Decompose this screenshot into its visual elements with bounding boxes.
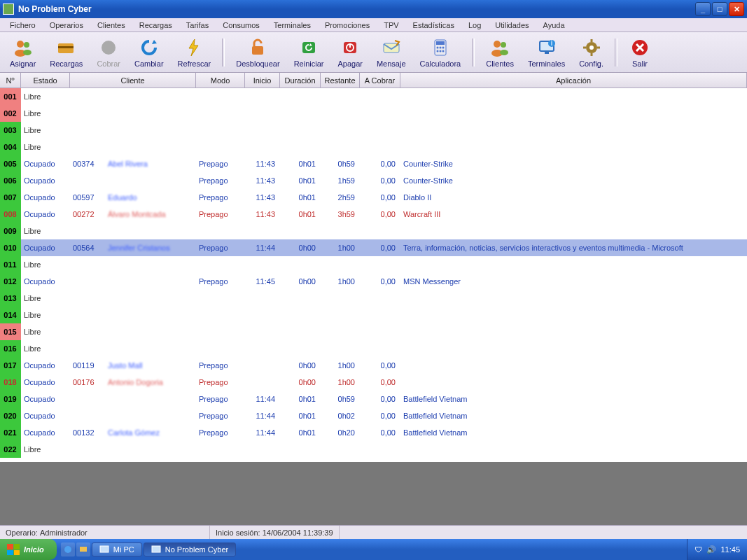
table-row[interactable]: 001 Libre — [0, 88, 747, 105]
row-badge: 017 — [0, 357, 21, 374]
col-rest[interactable]: Restante — [321, 73, 360, 88]
menu-bar: FicheroOperariosClientesRecargasTarifasC… — [0, 18, 747, 32]
svg-rect-39 — [152, 546, 160, 552]
cell-inicio: 11:43 — [245, 155, 280, 172]
cell-cob — [360, 256, 400, 273]
col-inicio[interactable]: Inicio — [245, 73, 280, 88]
menu-consumos[interactable]: Consumos — [216, 20, 267, 31]
start-button[interactable]: Inicio — [0, 539, 57, 560]
cell-rest: 1h00 — [321, 273, 360, 290]
toolbar-refrescar-button[interactable]: Refrescar — [171, 36, 218, 69]
table-row[interactable]: 006 Ocupado Prepago 11:43 0h01 1h59 0,00… — [0, 172, 747, 189]
table-row[interactable]: 015 Libre — [0, 323, 747, 340]
cell-cob — [360, 307, 400, 323]
window-title: No Problem Cyber — [18, 4, 695, 14]
menu-promociones[interactable]: Promociones — [318, 20, 377, 31]
menu-utilidades[interactable]: Utilidades — [488, 20, 536, 31]
menu-log[interactable]: Log — [461, 20, 488, 31]
system-tray[interactable]: 🛡 🔊 11:45 — [687, 539, 747, 560]
tray-icon[interactable]: 🛡 — [694, 545, 702, 554]
col-app[interactable]: Aplicación — [400, 73, 747, 88]
cell-cob: 0,00 — [360, 407, 400, 424]
table-row[interactable]: 020 Ocupado Prepago 11:44 0h01 0h02 0,00… — [0, 407, 747, 424]
row-badge: 021 — [0, 424, 21, 441]
col-modo[interactable]: Modo — [196, 73, 245, 88]
col-cliente[interactable]: Cliente — [70, 73, 196, 88]
cell-estado: Ocupado — [21, 239, 70, 256]
menu-recargas[interactable]: Recargas — [132, 20, 179, 31]
table-row[interactable]: 011 Libre — [0, 256, 747, 273]
quicklaunch-desktop-icon[interactable] — [76, 542, 90, 556]
toolbar-terminales-button[interactable]: iTerminales — [521, 36, 572, 69]
menu-estadísticas[interactable]: Estadísticas — [406, 20, 461, 31]
toolbar-cambiar-button[interactable]: Cambiar — [127, 36, 171, 69]
menu-terminales[interactable]: Terminales — [267, 20, 318, 31]
table-row[interactable]: 017 Ocupado 00119 Justo Mall Prepago 0h0… — [0, 357, 747, 374]
menu-ayuda[interactable]: Ayuda — [536, 20, 572, 31]
toolbar-apagar-button[interactable]: Apagar — [330, 36, 369, 69]
table-row[interactable]: 002 Libre — [0, 105, 747, 122]
cell-rest — [321, 441, 360, 458]
clock[interactable]: 11:45 — [720, 545, 740, 554]
menu-clientes[interactable]: Clientes — [90, 20, 132, 31]
toolbar-calculadora-button[interactable]: Calculadora — [413, 36, 468, 69]
tray-icon[interactable]: 🔊 — [706, 545, 716, 554]
taskbar-task[interactable]: No Problem Cyber — [144, 542, 236, 556]
table-row[interactable]: 014 Libre — [0, 307, 747, 323]
table-row[interactable]: 019 Ocupado Prepago 11:44 0h01 0h59 0,00… — [0, 391, 747, 407]
svg-point-23 — [501, 42, 506, 48]
table-row[interactable]: 016 Libre — [0, 340, 747, 357]
table-row[interactable]: 003 Libre — [0, 122, 747, 139]
table-row[interactable]: 004 Libre — [0, 139, 747, 155]
cell-modo: Prepago — [196, 391, 245, 407]
toolbar-reiniciar-button[interactable]: Reiniciar — [287, 36, 331, 69]
menu-fichero[interactable]: Fichero — [3, 20, 43, 31]
menu-tarifas[interactable]: Tarifas — [179, 20, 216, 31]
taskbar-task[interactable]: Mi PC — [92, 542, 142, 556]
table-row[interactable]: 010 Ocupado 00564 Jennifer Cristanos Pre… — [0, 239, 747, 256]
toolbar-cobrar-button: Cobrar — [90, 36, 127, 69]
cell-client-id — [70, 273, 105, 290]
toolbar-salir-button[interactable]: Salir — [622, 36, 658, 69]
table-row[interactable]: 008 Ocupado 00272 Álvaro Montcada Prepag… — [0, 206, 747, 223]
row-badge: 016 — [0, 340, 21, 357]
table-row[interactable]: 021 Ocupado 00132 Carlota Gómez Prepago … — [0, 424, 747, 441]
toolbar-recargas-button[interactable]: Recargas — [43, 36, 90, 69]
col-estado[interactable]: Estado — [21, 73, 70, 88]
minimize-button[interactable]: _ — [695, 2, 711, 16]
card-icon — [55, 37, 78, 58]
menu-tpv[interactable]: TPV — [377, 20, 405, 31]
toolbar-mensaje-button[interactable]: Mensaje — [370, 36, 413, 69]
cell-client-id: 00597 — [70, 189, 105, 206]
cell-inicio — [245, 122, 280, 139]
cell-dur — [280, 223, 321, 239]
menu-operarios[interactable]: Operarios — [43, 20, 90, 31]
cell-inicio — [245, 290, 280, 307]
svg-point-19 — [439, 50, 441, 52]
close-button[interactable]: ✕ — [729, 2, 744, 16]
col-dur[interactable]: Duración — [280, 73, 321, 88]
col-cob[interactable]: A Cobrar — [360, 73, 400, 88]
toolbar-asignar-button[interactable]: Asignar — [3, 36, 43, 69]
table-row[interactable]: 022 Libre — [0, 441, 747, 458]
app-icon — [151, 545, 161, 554]
col-num[interactable]: Nº — [0, 73, 21, 88]
quicklaunch-ie-icon[interactable] — [61, 542, 75, 556]
toolbar-clientes-button[interactable]: Clientes — [479, 36, 521, 69]
refresh-icon — [138, 37, 160, 58]
table-row[interactable]: 005 Ocupado 00374 Abel Rivera Prepago 11… — [0, 155, 747, 172]
cell-modo — [196, 223, 245, 239]
svg-point-15 — [436, 46, 438, 48]
toolbar-desbloquear-button[interactable]: Desbloquear — [229, 36, 286, 69]
svg-point-2 — [24, 42, 29, 48]
cell-rest: 1h00 — [321, 374, 360, 391]
row-badge: 018 — [0, 374, 21, 391]
table-row[interactable]: 013 Libre — [0, 290, 747, 307]
toolbar-config-button[interactable]: Config. — [572, 36, 610, 69]
svg-rect-8 — [302, 42, 315, 53]
table-row[interactable]: 009 Libre — [0, 223, 747, 239]
table-row[interactable]: 012 Ocupado Prepago 11:45 0h00 1h00 0,00… — [0, 273, 747, 290]
maximize-button[interactable]: □ — [712, 2, 727, 16]
table-row[interactable]: 007 Ocupado 00597 Eduardo Prepago 11:43 … — [0, 189, 747, 206]
table-row[interactable]: 018 Ocupado 00176 Antonio Dogoria Prepag… — [0, 374, 747, 391]
